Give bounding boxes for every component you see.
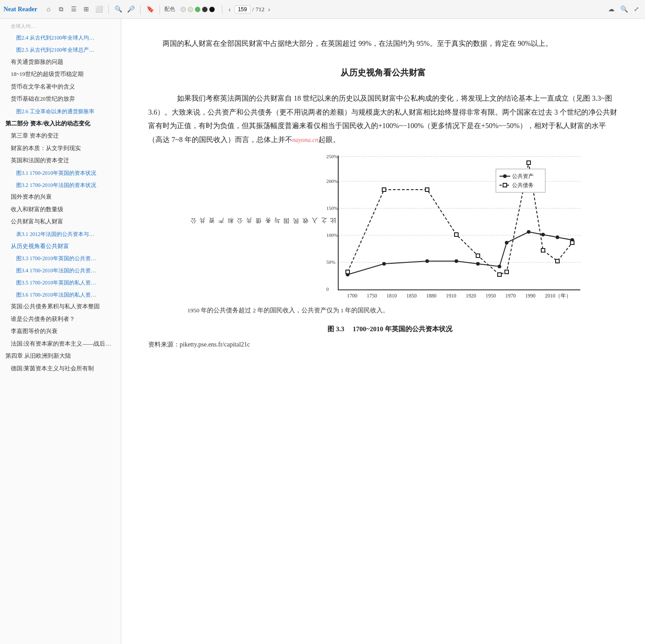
- sidebar-item-11[interactable]: 英国和法国的资本变迁: [0, 155, 121, 167]
- sep2: [140, 5, 141, 14]
- chart-x-labels: 1700 1750 1810 1850 1880 1910 1920 1950 …: [338, 291, 571, 301]
- bookmark-icon[interactable]: 🔖: [145, 4, 155, 14]
- sep3: [159, 5, 160, 14]
- app-title: Neat Reader: [4, 6, 37, 13]
- search2-icon[interactable]: 🔎: [126, 4, 136, 14]
- chart-square: [476, 254, 480, 258]
- sidebar-item-19[interactable]: 图3.3 1700-2010年英国的公共资…: [0, 253, 121, 265]
- x-label-1810: 1810: [387, 291, 397, 301]
- sidebar-item-16[interactable]: 公共财富与私人财富: [0, 216, 121, 228]
- chart-dot: [541, 233, 545, 236]
- x-label-1910: 1910: [446, 291, 456, 301]
- chart-dot: [556, 235, 559, 239]
- chart-wrapper: 公共资产和公共债务与国民收入之比 0 50% 100% 150% 200%: [186, 155, 581, 301]
- chart-container: 公共资产和公共债务与国民收入之比 0 50% 100% 150% 200%: [148, 155, 618, 351]
- copy-icon[interactable]: ⧉: [56, 4, 66, 14]
- sidebar-item-10[interactable]: 财富的本质：从文学到现实: [0, 142, 121, 155]
- chart-square: [505, 270, 508, 274]
- sidebar-item-9[interactable]: 第三章 资本的变迁: [0, 130, 121, 142]
- color-dot-5[interactable]: [209, 7, 215, 12]
- watermark: nayona.cn: [292, 137, 318, 143]
- sidebar-item-27[interactable]: 第四章 从旧欧洲到新大陆: [0, 350, 121, 363]
- sidebar-item-2[interactable]: 图2.5 从古代到2100年全球总产…: [0, 44, 121, 56]
- main-layout: 全球人均… 图2.4 从古代到2100年全球人均… 图2.5 从古代到2100年…: [0, 19, 645, 644]
- chart-dot: [505, 241, 508, 244]
- sidebar-item-20[interactable]: 图3.4 1700-2010年法国的公共资…: [0, 265, 121, 277]
- sidebar-item-3[interactable]: 有关通货膨胀的问题: [0, 56, 121, 69]
- x-label-1970: 1970: [505, 291, 516, 301]
- sidebar-item-1[interactable]: 图2.4 从古代到2100年全球人均…: [0, 32, 121, 44]
- chart-source: 资料来源：piketty.pse.ens.fr/capital21c: [148, 339, 618, 351]
- x-label-2010: 2010（年）: [545, 291, 571, 301]
- color-label: 配色: [164, 5, 175, 13]
- sidebar-item-14[interactable]: 国外资本的兴衰: [0, 191, 121, 204]
- color-dot-3[interactable]: [195, 7, 200, 12]
- chart-square: [382, 188, 386, 191]
- chart-line-assets: [348, 232, 572, 275]
- sidebar-item-8[interactable]: 第二部分 资本/收入比的动态变化: [0, 118, 121, 130]
- chart-svg-area: 0 50% 100% 150% 200% 250%: [338, 155, 580, 290]
- chart-dot: [455, 259, 458, 263]
- legend-label-debt: 公共债务: [512, 182, 534, 188]
- sidebar-item-4[interactable]: 18~19世纪的超级货币稳定期: [0, 68, 121, 81]
- color-dot-2[interactable]: [188, 7, 193, 12]
- color-dots: [181, 7, 215, 12]
- next-page-button[interactable]: ›: [266, 5, 272, 14]
- content-area: 两国的私人财富在全部国民财富中占据绝大部分，在英国超过 99%，在法国约为 95…: [121, 19, 645, 644]
- cloud-icon[interactable]: ☁: [606, 4, 616, 14]
- sidebar-item-0[interactable]: 全球人均…: [0, 21, 121, 32]
- para2: 如果我们考察英法两国的公共财富自 18 世纪以来的历史以及国民财富中公私构成的变…: [148, 92, 618, 147]
- chart-square: [455, 233, 458, 236]
- chart-dot: [476, 262, 480, 266]
- chart-dot: [382, 262, 386, 266]
- page-input[interactable]: [234, 5, 251, 13]
- prev-page-button[interactable]: ‹: [227, 5, 233, 14]
- page-total: 712: [256, 6, 265, 13]
- fullscreen-icon[interactable]: ⤢: [632, 4, 641, 14]
- sidebar-item-17[interactable]: 表3.1 2012年法国的公共资本与…: [0, 228, 121, 240]
- chart-square: [527, 161, 530, 164]
- search-icon[interactable]: 🔍: [113, 4, 123, 14]
- sidebar-item-12[interactable]: 图3.1 1700-2010年英国的资本状况: [0, 167, 121, 179]
- sidebar-item-7[interactable]: 图2.6 工业革命以来的通货膨胀率: [0, 106, 121, 118]
- chart-dot: [498, 265, 501, 268]
- menu-icon[interactable]: ☰: [69, 4, 79, 14]
- chart-svg: 公共资产 公共债务: [339, 155, 581, 290]
- x-label-1850: 1850: [406, 291, 417, 301]
- home-icon[interactable]: ⌂: [44, 4, 53, 14]
- sidebar-item-21[interactable]: 图3.5 1700-2010年英国的私人资…: [0, 277, 121, 289]
- legend-label-assets: 公共资产: [512, 173, 534, 179]
- sep1: [108, 5, 109, 14]
- sidebar-item-26[interactable]: 法国:没有资本家的资本主义——战后…: [0, 338, 121, 351]
- grid-icon[interactable]: ⊞: [81, 4, 91, 14]
- color-dot-4[interactable]: [202, 7, 208, 12]
- chart-y-label: 公共资产和公共债务与国民收入之比: [186, 161, 338, 296]
- sidebar-item-5[interactable]: 货币在文学名著中的含义: [0, 81, 121, 93]
- sidebar: 全球人均… 图2.4 从古代到2100年全球人均… 图2.5 从古代到2100年…: [0, 19, 121, 644]
- sep4: [222, 5, 222, 14]
- x-label-1750: 1750: [367, 291, 377, 301]
- sidebar-item-18[interactable]: 从历史视角看公共财富: [0, 240, 121, 253]
- sidebar-item-28[interactable]: 德国:莱茵资本主义与社会所有制: [0, 363, 121, 375]
- sidebar-item-24[interactable]: 谁是公共债务的获利者？: [0, 313, 121, 326]
- sidebar-item-25[interactable]: 李嘉图等价的兴衰: [0, 325, 121, 338]
- sidebar-item-6[interactable]: 货币基础在20世纪的放弃: [0, 93, 121, 106]
- sidebar-item-23[interactable]: 英国:公共债务累积与私人资本整固: [0, 301, 121, 313]
- color-dot-1[interactable]: [181, 7, 186, 12]
- chart-square: [498, 273, 501, 276]
- x-label-1880: 1880: [426, 291, 437, 301]
- sidebar-item-15[interactable]: 收入和财富的数量级: [0, 204, 121, 216]
- chart-square: [346, 270, 349, 274]
- x-label-1920: 1920: [466, 291, 476, 301]
- section-heading: 从历史视角看公共财富: [148, 65, 618, 81]
- legend-square: [503, 183, 507, 187]
- expand-icon[interactable]: ⬜: [94, 4, 104, 14]
- toolbar-search-icon[interactable]: 🔍: [619, 4, 629, 14]
- chart-square: [425, 188, 429, 191]
- chart-legend-box: [496, 169, 545, 192]
- chart-dot: [425, 259, 429, 263]
- sidebar-item-22[interactable]: 图3.6 1700-2010年法国的私人资…: [0, 289, 121, 301]
- sidebar-item-13[interactable]: 图3.2 1700-2010年法国的资本状况: [0, 179, 121, 191]
- para1: 两国的私人财富在全部国民财富中占据绝大部分，在英国超过 99%，在法国约为 95…: [148, 37, 618, 50]
- x-label-1990: 1990: [525, 291, 535, 301]
